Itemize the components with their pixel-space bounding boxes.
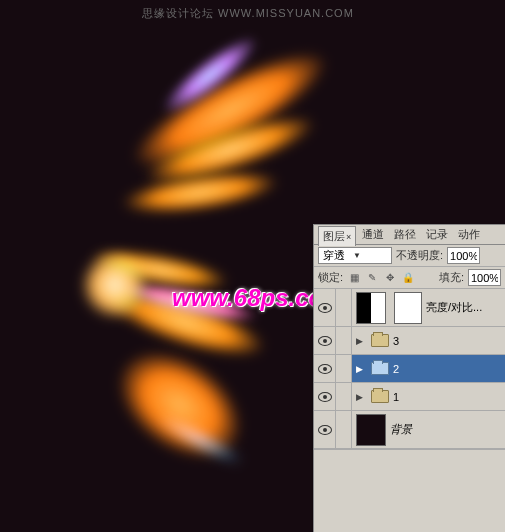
tab-history[interactable]: 记录 xyxy=(422,225,452,244)
layer-background[interactable]: 背景 xyxy=(314,411,505,449)
triangle-right-icon[interactable]: ▶ xyxy=(356,336,363,346)
eye-icon xyxy=(318,336,332,346)
layer-label: 1 xyxy=(393,391,399,403)
tab-paths[interactable]: 路径 xyxy=(390,225,420,244)
folder-icon xyxy=(371,334,389,347)
lock-position-icon[interactable]: ✥ xyxy=(383,271,397,285)
layer-thumb[interactable] xyxy=(356,292,386,324)
watermark-top: 思缘设计论坛 WWW.MISSYUAN.COM xyxy=(142,6,354,21)
eye-icon xyxy=(318,425,332,435)
link-col xyxy=(336,355,352,382)
lock-all-icon[interactable]: 🔒 xyxy=(401,271,415,285)
layer-adjustment[interactable]: 亮度/对比... xyxy=(314,289,505,327)
layer-list: 亮度/对比... ▶ 3 ▶ 2 ▶ 1 背景 xyxy=(314,289,505,532)
layer-thumb[interactable] xyxy=(356,414,386,446)
layers-panel: 图层× 通道 路径 记录 动作 穿透 ▼ 不透明度: 锁定: ▦ ✎ ✥ 🔒 填… xyxy=(313,224,505,532)
opacity-label: 不透明度: xyxy=(396,248,443,263)
opacity-input[interactable] xyxy=(447,247,480,264)
visibility-toggle[interactable] xyxy=(314,383,336,410)
fill-input[interactable] xyxy=(468,269,501,286)
layer-label: 背景 xyxy=(390,422,412,437)
tab-actions[interactable]: 动作 xyxy=(454,225,484,244)
lock-label: 锁定: xyxy=(318,270,343,285)
triangle-right-icon[interactable]: ▶ xyxy=(356,392,363,402)
layer-group-2[interactable]: ▶ 2 xyxy=(314,355,505,383)
link-col xyxy=(336,327,352,354)
link-col xyxy=(336,411,352,448)
layer-list-empty xyxy=(314,449,505,532)
folder-icon xyxy=(371,390,389,403)
panel-tabs: 图层× 通道 路径 记录 动作 xyxy=(314,225,505,245)
layer-label: 3 xyxy=(393,335,399,347)
visibility-toggle[interactable] xyxy=(314,289,336,326)
triangle-right-icon[interactable]: ▶ xyxy=(356,364,363,374)
visibility-toggle[interactable] xyxy=(314,327,336,354)
close-icon[interactable]: × xyxy=(346,232,351,242)
blend-mode-value: 穿透 xyxy=(323,248,345,263)
blend-opacity-row: 穿透 ▼ 不透明度: xyxy=(314,245,505,267)
folder-icon xyxy=(371,362,389,375)
visibility-toggle[interactable] xyxy=(314,355,336,382)
link-col xyxy=(336,383,352,410)
mask-thumb[interactable] xyxy=(394,292,422,324)
eye-icon xyxy=(318,303,332,313)
blend-mode-dropdown[interactable]: 穿透 ▼ xyxy=(318,247,392,264)
layer-group-3[interactable]: ▶ 3 xyxy=(314,327,505,355)
lock-fill-row: 锁定: ▦ ✎ ✥ 🔒 填充: xyxy=(314,267,505,289)
eye-icon xyxy=(318,392,332,402)
lock-transparency-icon[interactable]: ▦ xyxy=(347,271,361,285)
tab-layers[interactable]: 图层× xyxy=(318,226,356,246)
layer-label: 2 xyxy=(393,363,399,375)
fill-label: 填充: xyxy=(439,270,464,285)
lock-paint-icon[interactable]: ✎ xyxy=(365,271,379,285)
visibility-toggle[interactable] xyxy=(314,411,336,448)
layer-group-1[interactable]: ▶ 1 xyxy=(314,383,505,411)
lock-icons: ▦ ✎ ✥ 🔒 xyxy=(347,271,415,285)
link-col xyxy=(336,289,352,326)
chevron-down-icon: ▼ xyxy=(353,251,361,260)
tab-channels[interactable]: 通道 xyxy=(358,225,388,244)
eye-icon xyxy=(318,364,332,374)
layer-label: 亮度/对比... xyxy=(426,300,482,315)
